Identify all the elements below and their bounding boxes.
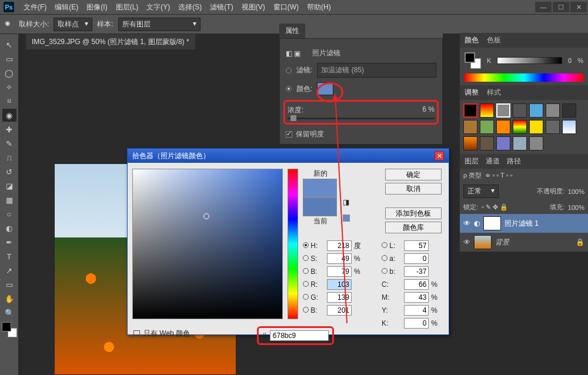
zoom-tool[interactable]: 🔍 <box>2 306 16 319</box>
style-swatch[interactable] <box>496 103 510 118</box>
websafe-swatch[interactable] <box>343 215 350 222</box>
menu-image[interactable]: 图像(I) <box>83 2 111 12</box>
stamp-tool[interactable]: ⎍ <box>2 151 16 164</box>
cube-icon[interactable]: ◨ <box>343 198 349 206</box>
move-tool[interactable]: ↖ <box>2 38 16 51</box>
color-tab[interactable]: 颜色 <box>465 35 479 45</box>
color-fgbg[interactable] <box>465 52 481 69</box>
document-tab[interactable]: IMG_3529.JPG @ 50% (照片滤镜 1, 图层蒙版/8) * <box>26 34 195 49</box>
swatches-tab[interactable]: 色板 <box>487 35 501 45</box>
picker-close-button[interactable]: ✕ <box>435 151 444 160</box>
menu-help[interactable]: 帮助(H) <box>303 2 335 12</box>
a-radio[interactable] <box>382 255 387 261</box>
s-input[interactable] <box>327 253 352 264</box>
paths-tab[interactable]: 路径 <box>507 156 521 166</box>
k-slider[interactable] <box>497 57 562 64</box>
sample-size-select[interactable]: 取样点 <box>54 18 92 31</box>
brush-tool[interactable]: ✎ <box>2 137 16 150</box>
filter-select[interactable]: 加温滤镜 (85) <box>317 63 436 78</box>
menu-select[interactable]: 选择(S) <box>175 2 205 12</box>
hex-input[interactable] <box>270 330 329 341</box>
close-button[interactable]: ✕ <box>570 2 587 12</box>
layer-background[interactable]: 👁 背景 🔒 <box>460 233 588 252</box>
saturation-value-field[interactable] <box>132 169 283 319</box>
filter-radio[interactable] <box>286 68 292 73</box>
h-input[interactable] <box>327 240 352 251</box>
pen-tool[interactable]: ✒ <box>2 236 16 249</box>
eyedropper-tool[interactable]: ◉ <box>2 109 16 122</box>
adjust-tab[interactable]: 调整 <box>465 88 479 98</box>
y-input[interactable] <box>404 305 429 316</box>
menu-file[interactable]: 文件(F) <box>20 2 50 12</box>
style-swatch[interactable] <box>463 136 477 150</box>
menu-type[interactable]: 文字(Y) <box>143 2 173 12</box>
style-swatch[interactable] <box>513 103 527 118</box>
style-swatch[interactable] <box>529 120 543 134</box>
g-radio[interactable] <box>303 294 309 300</box>
style-swatch[interactable] <box>529 136 543 150</box>
style-swatch[interactable] <box>546 120 560 134</box>
dodge-tool[interactable]: ◐ <box>2 222 16 235</box>
style-swatch[interactable] <box>513 136 527 150</box>
cancel-button[interactable]: 取消 <box>385 183 442 195</box>
style-tab[interactable]: 样式 <box>487 88 501 98</box>
c-input[interactable] <box>404 279 429 290</box>
menu-window[interactable]: 窗口(W) <box>270 2 302 12</box>
marquee-tool[interactable]: ▭ <box>2 52 16 65</box>
k-value[interactable]: 0 <box>568 57 572 64</box>
visibility-icon[interactable]: 👁 <box>463 219 470 227</box>
sample-select[interactable]: 所有图层 <box>118 18 201 31</box>
density-slider[interactable] <box>288 118 435 119</box>
layer-mask-thumb[interactable] <box>483 216 501 230</box>
density-value[interactable]: 6 <box>422 105 426 113</box>
current-color-swatch[interactable] <box>303 197 337 216</box>
l-radio[interactable] <box>382 242 387 248</box>
preserve-lum-checkbox[interactable] <box>286 131 292 138</box>
opacity-value[interactable]: 100% <box>568 188 584 195</box>
menu-view[interactable]: 视图(V) <box>238 2 269 12</box>
web-only-checkbox[interactable] <box>133 330 140 337</box>
fg-bg-colors[interactable] <box>2 322 17 337</box>
menu-filter[interactable]: 滤镜(T) <box>206 2 236 12</box>
style-swatch[interactable] <box>546 103 560 118</box>
h-radio[interactable] <box>303 242 309 248</box>
style-swatch[interactable] <box>529 103 543 118</box>
path-select-tool[interactable]: ↗ <box>2 264 16 277</box>
hand-tool[interactable]: ✋ <box>2 292 16 305</box>
heal-tool[interactable]: ✚ <box>2 123 16 136</box>
style-swatch[interactable] <box>496 136 510 150</box>
a-input[interactable] <box>404 253 429 264</box>
menu-edit[interactable]: 编辑(E) <box>51 2 82 12</box>
type-tool[interactable]: T <box>2 250 16 263</box>
ok-button[interactable]: 确定 <box>385 169 442 180</box>
blur-tool[interactable]: ○ <box>2 207 16 220</box>
color-swatch[interactable] <box>317 82 333 95</box>
shape-tool[interactable]: ▭ <box>2 278 16 291</box>
properties-tab[interactable]: 属性 <box>279 24 305 38</box>
l-input[interactable] <box>404 240 429 251</box>
crop-tool[interactable]: ⌗ <box>2 95 16 108</box>
color-radio[interactable] <box>286 86 292 92</box>
k-input[interactable] <box>404 318 429 329</box>
style-swatch[interactable] <box>480 136 494 150</box>
s-radio[interactable] <box>303 255 309 261</box>
style-swatch[interactable] <box>480 120 494 134</box>
b-input[interactable] <box>327 305 352 316</box>
b-radio[interactable] <box>303 307 309 313</box>
style-swatch[interactable] <box>496 120 510 134</box>
style-swatch[interactable] <box>562 120 576 134</box>
r-input[interactable] <box>327 279 352 290</box>
fill-value[interactable]: 100% <box>568 204 584 211</box>
style-swatch[interactable] <box>480 103 494 118</box>
blend-mode-select[interactable]: 正常 <box>463 185 499 198</box>
style-swatch[interactable] <box>562 103 576 118</box>
layer-thumb[interactable] <box>474 235 492 249</box>
layer-photo-filter[interactable]: 👁 ◐ 照片滤镜 1 <box>460 214 588 233</box>
libraries-button[interactable]: 颜色库 <box>385 222 442 233</box>
history-brush-tool[interactable]: ↺ <box>2 165 16 178</box>
visibility-icon[interactable]: 👁 <box>463 238 470 246</box>
wand-tool[interactable]: ✧ <box>2 81 16 93</box>
gradient-tool[interactable]: ▦ <box>2 193 16 206</box>
layers-tab[interactable]: 图层 <box>465 156 479 166</box>
maximize-button[interactable]: ☐ <box>553 2 569 12</box>
